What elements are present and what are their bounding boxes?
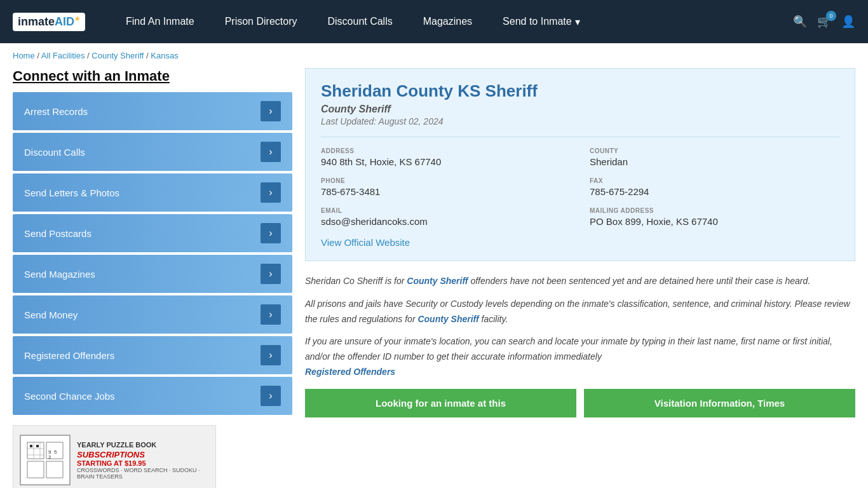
- fax-label: FAX: [590, 177, 839, 184]
- nav-prison-directory[interactable]: Prison Directory: [210, 0, 313, 43]
- breadcrumb: Home / All Facilities / County Sheriff /…: [0, 43, 868, 68]
- main-layout: Connect with an Inmate Arrest Records › …: [0, 68, 868, 488]
- ad-price: STARTING AT $19.95: [77, 459, 209, 467]
- sidebar: Connect with an Inmate Arrest Records › …: [13, 68, 292, 488]
- sidebar-arrest-records[interactable]: Arrest Records ›: [13, 92, 292, 130]
- sidebar-label: Send Magazines: [24, 269, 95, 280]
- logo-star: ★: [74, 15, 80, 22]
- sidebar-send-letters[interactable]: Send Letters & Photos ›: [13, 173, 292, 212]
- description: Sheridan Co Sheriff is for County Sherif…: [305, 274, 855, 380]
- arrow-icon: ›: [261, 142, 281, 162]
- description-para3: If you are unsure of your inmate's locat…: [305, 334, 855, 379]
- arrow-icon: ›: [261, 386, 281, 406]
- logo-aid: AID: [55, 15, 74, 28]
- fax-block: FAX 785-675-2294: [590, 177, 839, 197]
- county-sheriff-link-1[interactable]: County Sheriff: [407, 276, 468, 286]
- navbar: inmateAID★ Find An Inmate Prison Directo…: [0, 0, 868, 43]
- sidebar-send-postcards[interactable]: Send Postcards ›: [13, 214, 292, 252]
- sidebar-send-money[interactable]: Send Money ›: [13, 295, 292, 334]
- address-label: ADDRESS: [321, 147, 571, 154]
- sidebar-label: Send Letters & Photos: [24, 187, 119, 198]
- email-block: EMAIL sdso@sheridancoks.com: [321, 207, 571, 227]
- ad-title: YEARLY PUZZLE BOOK: [77, 440, 209, 449]
- nav-find-inmate[interactable]: Find An Inmate: [111, 0, 210, 43]
- arrow-icon: ›: [261, 223, 281, 243]
- cart-icon[interactable]: 🛒 0: [817, 15, 831, 29]
- breadcrumb-home[interactable]: Home: [13, 51, 35, 60]
- arrow-icon: ›: [261, 264, 281, 284]
- svg-text:2: 2: [48, 454, 51, 460]
- sidebar-label: Send Money: [24, 309, 78, 320]
- sidebar-label: Discount Calls: [24, 147, 85, 158]
- mailing-block: MAILING ADDRESS PO Box 899, Hoxie, KS 67…: [590, 207, 839, 227]
- logo-inmate: inmate: [18, 15, 55, 28]
- svg-rect-0: [27, 442, 44, 459]
- sidebar-label: Registered Offenders: [24, 350, 114, 361]
- nav-send-to-inmate[interactable]: Send to Inmate ▾: [487, 0, 595, 43]
- registered-offenders-link[interactable]: Registered Offenders: [305, 367, 395, 377]
- phone-value: 785-675-3481: [321, 186, 571, 197]
- mailing-value: PO Box 899, Hoxie, KS 67740: [590, 216, 839, 227]
- arrow-icon: ›: [261, 101, 281, 121]
- nav-magazines[interactable]: Magazines: [408, 0, 487, 43]
- description-para2: All prisons and jails have Security or C…: [305, 297, 855, 327]
- email-label: EMAIL: [321, 207, 571, 214]
- svg-rect-3: [46, 461, 63, 478]
- phone-block: PHONE 785-675-3481: [321, 177, 571, 197]
- svg-rect-2: [27, 461, 44, 478]
- sidebar-label: Arrest Records: [24, 106, 88, 117]
- sidebar-discount-calls[interactable]: Discount Calls ›: [13, 133, 292, 171]
- logo[interactable]: inmateAID★: [13, 13, 85, 31]
- arrow-icon: ›: [261, 182, 281, 203]
- ad-subscriptions: SUBSCRIPTIONS: [77, 450, 209, 459]
- svg-text:5: 5: [54, 449, 57, 455]
- facility-card: Sheridan County KS Sheriff County Sherif…: [305, 68, 855, 261]
- advertisement[interactable]: 9 5 2 YEARLY PUZZLE BOOK SUBSCRIPTIONS S…: [13, 425, 216, 488]
- main-content: Sheridan County KS Sheriff County Sherif…: [305, 68, 855, 488]
- cart-badge: 0: [826, 11, 836, 21]
- address-value: 940 8th St, Hoxie, KS 67740: [321, 156, 571, 167]
- sidebar-title: Connect with an Inmate: [13, 68, 292, 85]
- arrow-icon: ›: [261, 304, 281, 325]
- sidebar-second-chance-jobs[interactable]: Second Chance Jobs ›: [13, 377, 292, 415]
- breadcrumb-county-sheriff[interactable]: County Sheriff: [92, 51, 144, 60]
- logo-text: inmateAID★: [18, 15, 80, 29]
- user-icon[interactable]: 👤: [841, 15, 855, 29]
- facility-details: ADDRESS 940 8th St, Hoxie, KS 67740 COUN…: [321, 137, 839, 227]
- county-sheriff-link-2[interactable]: County Sheriff: [417, 314, 478, 324]
- visitation-info-button[interactable]: Visitation Information, Times: [584, 389, 855, 417]
- mailing-label: MAILING ADDRESS: [590, 207, 839, 214]
- nav-discount-calls[interactable]: Discount Calls: [312, 0, 407, 43]
- sidebar-registered-offenders[interactable]: Registered Offenders ›: [13, 336, 292, 374]
- sidebar-label: Send Postcards: [24, 228, 92, 239]
- county-block: COUNTY Sheridan: [590, 147, 839, 167]
- navbar-links: Find An Inmate Prison Directory Discount…: [111, 0, 793, 43]
- fax-value: 785-675-2294: [590, 186, 839, 197]
- ad-image: 9 5 2: [20, 435, 71, 485]
- svg-rect-8: [30, 445, 32, 447]
- facility-name: Sheridan County KS Sheriff: [321, 81, 839, 101]
- address-block: ADDRESS 940 8th St, Hoxie, KS 67740: [321, 147, 571, 167]
- sidebar-label: Second Chance Jobs: [24, 391, 115, 402]
- navbar-icons: 🔍 🛒 0 👤: [793, 15, 855, 29]
- facility-type: County Sheriff: [321, 104, 839, 115]
- county-label: COUNTY: [590, 147, 839, 154]
- breadcrumb-all-facilities[interactable]: All Facilities: [41, 51, 85, 60]
- phone-label: PHONE: [321, 177, 571, 184]
- looking-for-inmate-button[interactable]: Looking for an inmate at this: [305, 389, 576, 417]
- ad-types: CROSSWORDS · WORD SEARCH · SUDOKU · BRAI…: [77, 467, 209, 480]
- facility-updated: Last Updated: August 02, 2024: [321, 116, 839, 126]
- email-value: sdso@sheridancoks.com: [321, 216, 571, 227]
- svg-rect-9: [36, 445, 39, 447]
- county-value: Sheridan: [590, 156, 839, 167]
- bottom-buttons: Looking for an inmate at this Visitation…: [305, 389, 855, 417]
- dropdown-arrow-icon: ▾: [575, 16, 580, 28]
- breadcrumb-kansas[interactable]: Kansas: [151, 51, 178, 60]
- description-para1: Sheridan Co Sheriff is for County Sherif…: [305, 274, 855, 289]
- website-link[interactable]: View Official Website: [321, 237, 410, 248]
- sidebar-send-magazines[interactable]: Send Magazines ›: [13, 255, 292, 293]
- sidebar-menu: Arrest Records › Discount Calls › Send L…: [13, 92, 292, 415]
- search-icon[interactable]: 🔍: [793, 15, 807, 29]
- arrow-icon: ›: [261, 345, 281, 365]
